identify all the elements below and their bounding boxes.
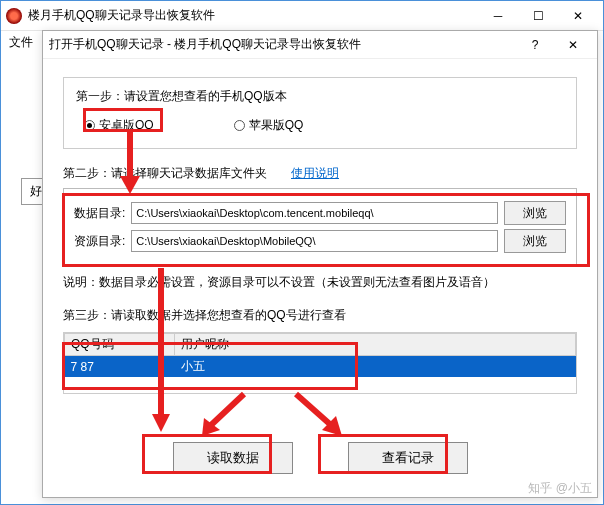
radio-android[interactable]: 安卓版QQ [84,117,154,134]
table-row[interactable]: 7 87 小五 [65,356,576,378]
radio-apple[interactable]: 苹果版QQ [234,117,304,134]
note-text: 说明：数据目录必需设置，资源目录可以不设置（未设置则无法查看图片及语音） [63,274,577,291]
cell-qq: 7 87 [65,356,175,378]
main-titlebar: 楼月手机QQ聊天记录导出恢复软件 ─ ☐ ✕ [1,1,603,31]
dialog-titlebar: 打开手机QQ聊天记录 - 楼月手机QQ聊天记录导出恢复软件 ? ✕ [43,31,597,59]
radio-icon [84,120,95,131]
menu-file[interactable]: 文件 [9,34,33,51]
open-dialog: 打开手机QQ聊天记录 - 楼月手机QQ聊天记录导出恢复软件 ? ✕ 第一步：请设… [42,30,598,498]
browse-data-button[interactable]: 浏览 [504,201,566,225]
qq-table[interactable]: QQ号码 用户昵称 7 87 小五 [63,332,577,394]
watermark: 知乎 @小五 [528,480,592,497]
app-icon [6,8,22,24]
close-button[interactable]: ✕ [558,2,598,30]
data-dir-input[interactable] [131,202,498,224]
cell-nick: 小五 [175,356,576,378]
view-button[interactable]: 查看记录 [348,442,468,474]
step1-group: 第一步：请设置您想查看的手机QQ版本 安卓版QQ 苹果版QQ [63,77,577,149]
data-dir-label: 数据目录: [74,205,125,222]
col-nick[interactable]: 用户昵称 [175,334,576,356]
col-qq[interactable]: QQ号码 [65,334,175,356]
res-dir-label: 资源目录: [74,233,125,250]
dialog-title: 打开手机QQ聊天记录 - 楼月手机QQ聊天记录导出恢复软件 [49,36,523,53]
radio-android-label: 安卓版QQ [99,117,154,134]
browse-res-button[interactable]: 浏览 [504,229,566,253]
main-title: 楼月手机QQ聊天记录导出恢复软件 [28,7,478,24]
maximize-button[interactable]: ☐ [518,2,558,30]
radio-apple-label: 苹果版QQ [249,117,304,134]
res-dir-input[interactable] [131,230,498,252]
dialog-help-button[interactable]: ? [523,38,547,52]
dialog-close-button[interactable]: ✕ [561,38,585,52]
step2-label: 第二步：请选择聊天记录数据库文件夹 [63,165,267,182]
radio-icon [234,120,245,131]
path-group: 数据目录: 浏览 资源目录: 浏览 [63,188,577,266]
help-link[interactable]: 使用说明 [291,165,339,182]
read-button[interactable]: 读取数据 [173,442,293,474]
step1-label: 第一步：请设置您想查看的手机QQ版本 [76,88,564,105]
step3-label: 第三步：请读取数据并选择您想查看的QQ号进行查看 [63,307,577,324]
minimize-button[interactable]: ─ [478,2,518,30]
